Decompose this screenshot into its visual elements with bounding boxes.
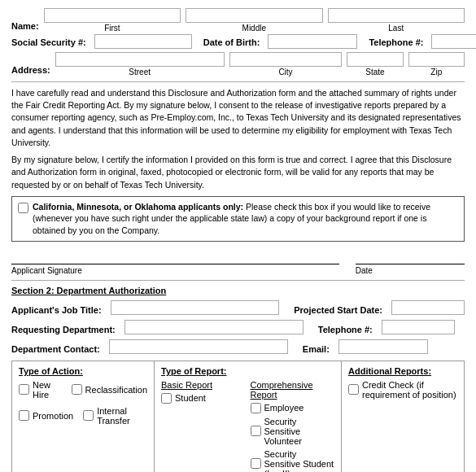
credit-check-label: Credit Check (if requirement of position… <box>362 380 457 400</box>
report-inner: Basic Report Student Comprehensive Repor… <box>161 380 334 472</box>
disclosure-p1: I have carefully read and understand thi… <box>11 87 465 149</box>
security-volunteer-label: Security Sensitive Volunteer <box>264 417 335 446</box>
student-checkbox[interactable] <box>161 393 172 404</box>
new-hire-label: New Hire <box>33 380 62 400</box>
requesting-dept-input[interactable] <box>124 320 304 334</box>
applicant-signature-field: Applicant Signature <box>11 248 339 275</box>
first-name-input[interactable] <box>44 8 181 23</box>
street-input[interactable] <box>55 52 225 67</box>
signature-row: Applicant Signature Date <box>11 248 465 275</box>
last-label: Last <box>328 24 465 33</box>
ssn-label: Social Security #: <box>11 37 86 49</box>
city-label: City <box>229 68 343 76</box>
address-row: Address: Street City State Zip <box>11 52 465 76</box>
email-label: Email: <box>303 344 330 354</box>
promotion-check: Promotion <box>19 406 73 426</box>
employee-checkbox[interactable] <box>251 403 261 413</box>
reclassification-check: Reclassification <box>72 380 147 400</box>
telephone-label: Telephone #: <box>369 37 423 49</box>
credit-check-checkbox[interactable] <box>348 384 359 395</box>
state-input[interactable] <box>347 52 403 67</box>
street-label: Street <box>55 68 225 76</box>
city-input[interactable] <box>229 52 343 67</box>
basic-report-col: Basic Report Student <box>161 380 246 472</box>
type-report-header: Type of Report: <box>161 366 334 376</box>
ssn-row: Social Security #: Date of Birth: Teleph… <box>11 34 465 49</box>
security-volunteer-check: Security Sensitive Volunteer <box>251 417 335 446</box>
security-student-label: Security Sensitive Student (I or II) <box>264 449 335 472</box>
contact-row: Department Contact: Email: <box>11 339 465 354</box>
type-action-col: Type of Action: New Hire Reclassificatio… <box>12 361 155 472</box>
projected-start-input[interactable] <box>391 300 465 315</box>
new-hire-checkbox[interactable] <box>19 384 29 395</box>
dept-contact-input[interactable] <box>109 339 288 354</box>
disclosure-p2: By my signature below, I certify the inf… <box>11 154 465 191</box>
student-label: Student <box>175 393 206 403</box>
sig-line <box>11 248 339 264</box>
additional-reports-header: Additional Reports: <box>348 366 457 376</box>
comprehensive-report-col: Comprehensive Report Employee Security S… <box>251 380 335 472</box>
middle-name-input[interactable] <box>186 8 322 23</box>
applicant-signature-label: Applicant Signature <box>11 266 339 275</box>
basic-report-label: Basic Report <box>161 380 246 390</box>
name-row: Name: First Middle Last <box>11 8 465 33</box>
date-line <box>356 248 465 264</box>
divider1 <box>11 81 465 82</box>
telephone2-label: Telephone #: <box>318 325 373 334</box>
email-input[interactable] <box>338 339 428 354</box>
form-page: Name: First Middle Last Social Security … <box>0 0 476 472</box>
dob-input[interactable] <box>268 34 357 49</box>
comprehensive-label: Comprehensive Report <box>251 380 335 400</box>
zip-input[interactable] <box>408 52 465 67</box>
additional-reports-col: Additional Reports: Credit Check (if req… <box>342 361 464 472</box>
address-label: Address: <box>11 65 50 76</box>
internal-transfer-label: Internal Transfer <box>97 406 147 426</box>
bottom-table: Type of Action: New Hire Reclassificatio… <box>11 361 465 472</box>
first-label: First <box>44 24 181 33</box>
security-student-check: Security Sensitive Student (I or II) <box>251 449 335 472</box>
california-text: California, Minnesota, or Oklahoma appli… <box>33 201 458 237</box>
dob-label: Date of Birth: <box>203 37 260 49</box>
job-title-row: Applicant's Job Title: Projected Start D… <box>11 300 465 315</box>
reclassification-label: Reclassification <box>85 385 147 395</box>
section2-header: Section 2: Department Authorization <box>11 286 465 295</box>
telephone-input[interactable] <box>431 34 476 49</box>
california-checkbox[interactable] <box>18 203 28 213</box>
last-name-input[interactable] <box>328 8 465 23</box>
type-action-header: Type of Action: <box>19 366 147 376</box>
promotion-label: Promotion <box>33 411 73 421</box>
telephone2-input[interactable] <box>382 320 455 334</box>
new-hire-check: New Hire <box>19 380 62 400</box>
zip-label: Zip <box>408 68 465 76</box>
promotion-checkbox[interactable] <box>19 410 29 421</box>
internal-transfer-checkbox[interactable] <box>83 410 94 421</box>
internal-transfer-check: Internal Transfer <box>83 406 147 426</box>
california-bold: California, Minnesota, or Oklahoma appli… <box>33 202 243 212</box>
requesting-dept-label: Requesting Department: <box>11 325 116 334</box>
action-row2: Promotion Internal Transfer <box>19 406 147 429</box>
employee-label: Employee <box>264 403 304 413</box>
employee-check: Employee <box>251 403 335 413</box>
security-volunteer-checkbox[interactable] <box>251 426 261 436</box>
student-check: Student <box>161 393 246 404</box>
dept-row: Requesting Department: Telephone #: <box>11 320 465 334</box>
reclassification-checkbox[interactable] <box>72 384 82 395</box>
job-title-input[interactable] <box>111 300 280 315</box>
type-report-col: Type of Report: Basic Report Student Com… <box>155 361 342 472</box>
date-field: Date <box>356 248 465 275</box>
california-box: California, Minnesota, or Oklahoma appli… <box>11 196 465 242</box>
dept-contact-label: Department Contact: <box>11 344 100 354</box>
job-title-label: Applicant's Job Title: <box>11 305 102 315</box>
name-label: Name: <box>11 21 39 33</box>
state-label: State <box>347 68 403 76</box>
action-row1: New Hire Reclassification <box>19 380 147 403</box>
security-student-checkbox[interactable] <box>251 458 261 469</box>
date-label: Date <box>356 266 465 275</box>
credit-check-check: Credit Check (if requirement of position… <box>348 380 457 400</box>
middle-label: Middle <box>186 24 322 33</box>
divider2 <box>11 280 465 281</box>
ssn-input[interactable] <box>94 34 192 49</box>
projected-start-label: Projected Start Date: <box>294 305 382 315</box>
